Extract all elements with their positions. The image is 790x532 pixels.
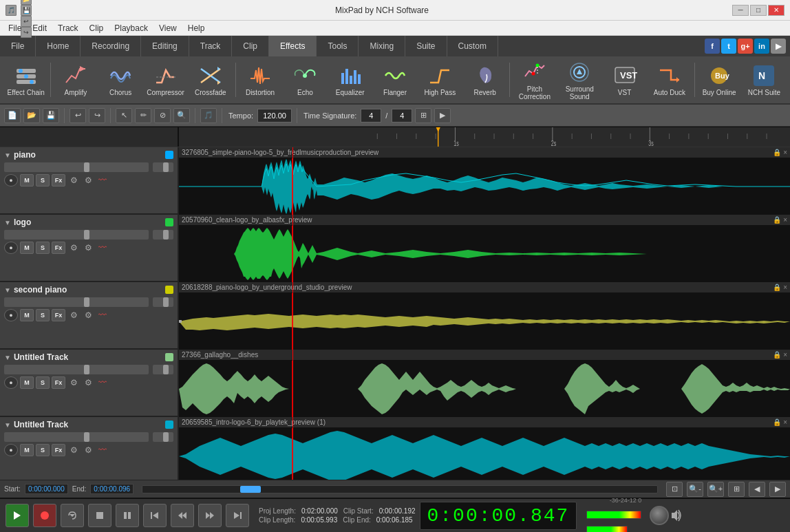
effect-chain-button[interactable]: Effect Chain <box>4 59 47 100</box>
track-untitled2-mute-btn[interactable]: M <box>20 444 34 456</box>
distortion-button[interactable]: Distortion <box>238 59 281 100</box>
tab-custom[interactable]: Custom <box>447 36 498 56</box>
equalizer-button[interactable]: Equalizer <box>328 59 372 100</box>
track-second-piano-fader[interactable] <box>4 297 149 307</box>
track-untitled2-solo-btn[interactable]: S <box>36 444 50 456</box>
tab-track[interactable]: Track <box>189 36 233 56</box>
fastforward-button[interactable] <box>198 504 222 527</box>
chorus-button[interactable]: Chorus <box>99 59 142 100</box>
track-logo-waveform[interactable] <box>179 226 790 282</box>
amplify-button[interactable]: Amplify <box>54 59 97 100</box>
redo-btn[interactable]: ↪ <box>89 108 105 123</box>
scroll-right-btn[interactable]: ▶ <box>769 482 786 497</box>
maximize-button[interactable]: □ <box>750 5 767 16</box>
track-piano-fader[interactable] <box>4 162 149 172</box>
track-second-piano-waveform[interactable] <box>179 293 790 350</box>
track-untitled1-settings-icon[interactable]: ⚙ <box>82 376 94 389</box>
track-untitled1-wave-icon[interactable]: 〰 <box>96 376 109 389</box>
zoom-out-btn[interactable]: 🔍- <box>687 482 703 497</box>
track-second-piano-arrow[interactable]: ▼ <box>4 286 11 294</box>
minimize-button[interactable]: ─ <box>732 5 749 16</box>
metronome-btn[interactable]: 🎵 <box>200 108 217 123</box>
track-untitled1-fx-btn[interactable]: Fx <box>52 376 65 389</box>
track-second-piano-settings-icon[interactable]: ⚙ <box>82 309 94 321</box>
track-untitled2-arrow[interactable]: ▼ <box>4 421 11 429</box>
metronome2-btn[interactable]: ▶ <box>434 108 451 123</box>
undo-btn[interactable]: ↩ <box>70 108 86 123</box>
high-pass-button[interactable]: High Pass <box>418 59 462 100</box>
menu-file[interactable]: File <box>3 22 27 34</box>
track-untitled1-pan[interactable] <box>153 365 173 374</box>
menu-edit[interactable]: Edit <box>27 22 52 34</box>
tab-clip[interactable]: Clip <box>232 36 269 56</box>
record-button[interactable] <box>33 504 56 527</box>
twitter-icon[interactable]: t <box>721 39 736 54</box>
track-piano-arrow[interactable]: ▼ <box>4 151 11 159</box>
track-piano-waveform[interactable]: // Generated inline via polygon paths <box>179 158 790 215</box>
scroll-left-btn[interactable]: ◀ <box>749 482 765 497</box>
track-canvas[interactable]: 3276805_simple-piano-logo-5_by_fredlmusi… <box>179 147 790 480</box>
track-untitled1-arrow[interactable]: ▼ <box>4 354 11 361</box>
pencil-tool-btn[interactable]: ✏ <box>135 108 151 123</box>
track-untitled2-fader[interactable] <box>4 432 149 442</box>
pause-button[interactable] <box>116 504 139 527</box>
track-untitled2-pan[interactable] <box>153 432 173 442</box>
save-icon[interactable]: 💾 <box>21 5 32 16</box>
more-social-icon[interactable]: ▶ <box>771 39 786 54</box>
menu-track[interactable]: Track <box>52 22 84 34</box>
track-logo-record-btn[interactable]: ● <box>4 242 18 254</box>
track-piano-wave-icon[interactable]: 〰 <box>96 174 109 187</box>
auto-duck-button[interactable]: Auto Duck <box>648 59 691 100</box>
zoom-fit-btn[interactable]: ⊡ <box>666 482 683 497</box>
track-logo-mute-btn[interactable]: M <box>20 242 34 254</box>
track-untitled2-record-btn[interactable]: ● <box>4 444 18 456</box>
linkedin-icon[interactable]: in <box>754 39 769 54</box>
track-piano-solo-btn[interactable]: S <box>36 174 50 187</box>
open-icon[interactable]: 📂 <box>21 0 32 5</box>
menu-clip[interactable]: Clip <box>84 22 109 34</box>
prev-button[interactable] <box>143 504 167 527</box>
track-untitled2-settings-icon[interactable]: ⚙ <box>82 444 94 456</box>
track-second-piano-fx-btn[interactable]: Fx <box>52 309 65 321</box>
track-logo-pan[interactable] <box>153 230 173 240</box>
buy-online-button[interactable]: Buy Buy Online <box>697 59 740 100</box>
timeline-ruler[interactable]: 1s 2s 3s <box>0 127 790 147</box>
tab-home[interactable]: Home <box>36 36 81 56</box>
scrollbar-thumb[interactable] <box>240 486 261 493</box>
facebook-icon[interactable]: f <box>705 39 720 54</box>
tab-file[interactable]: File <box>0 36 36 56</box>
track-second-piano-pan[interactable] <box>153 297 173 307</box>
track-logo-fader[interactable] <box>4 230 149 240</box>
track-untitled1-mute-btn[interactable]: M <box>20 376 34 389</box>
stop-button[interactable] <box>88 504 111 527</box>
track-piano-record-btn[interactable]: ● <box>4 174 18 187</box>
eraser-tool-btn[interactable]: ⊘ <box>154 108 171 123</box>
track-second-piano-solo-btn[interactable]: S <box>36 309 50 321</box>
volume-knob[interactable] <box>650 506 669 525</box>
track-untitled1-fader[interactable] <box>4 365 149 374</box>
tab-mixing[interactable]: Mixing <box>359 36 405 56</box>
track-piano-eq-icon[interactable]: ⚙ <box>67 174 80 187</box>
time-sig-btn[interactable]: ⊞ <box>415 108 431 123</box>
vst-button[interactable]: VST VST <box>603 59 646 100</box>
tab-tools[interactable]: Tools <box>317 36 359 56</box>
nch-suite-button[interactable]: N NCH Suite <box>743 59 786 100</box>
zoom-selection-btn[interactable]: ⊞ <box>728 482 745 497</box>
time-sig-den-input[interactable] <box>392 109 412 123</box>
position-scrollbar[interactable] <box>142 485 658 493</box>
track-second-piano-record-btn[interactable]: ● <box>4 309 18 321</box>
open-project-btn[interactable]: 📂 <box>23 108 40 123</box>
track-logo-eq-icon[interactable]: ⚙ <box>67 242 80 254</box>
surround-sound-button[interactable]: Surround Sound <box>558 59 601 100</box>
track-untitled1-eq-icon[interactable]: ⚙ <box>67 376 80 389</box>
zoom-tool-btn[interactable]: 🔍 <box>173 108 190 123</box>
new-project-btn[interactable]: 📄 <box>4 108 21 123</box>
track-untitled2-wave-icon[interactable]: 〰 <box>96 444 109 456</box>
pitch-correction-button[interactable]: Pitch Correction <box>513 59 556 100</box>
loop-button[interactable] <box>61 504 84 527</box>
track-piano-mute-btn[interactable]: M <box>20 174 34 187</box>
track-logo-settings-icon[interactable]: ⚙ <box>82 242 94 254</box>
echo-button[interactable]: Echo <box>284 59 327 100</box>
track-second-piano-mute-btn[interactable]: M <box>20 309 34 321</box>
menu-playback[interactable]: Playback <box>109 22 153 34</box>
